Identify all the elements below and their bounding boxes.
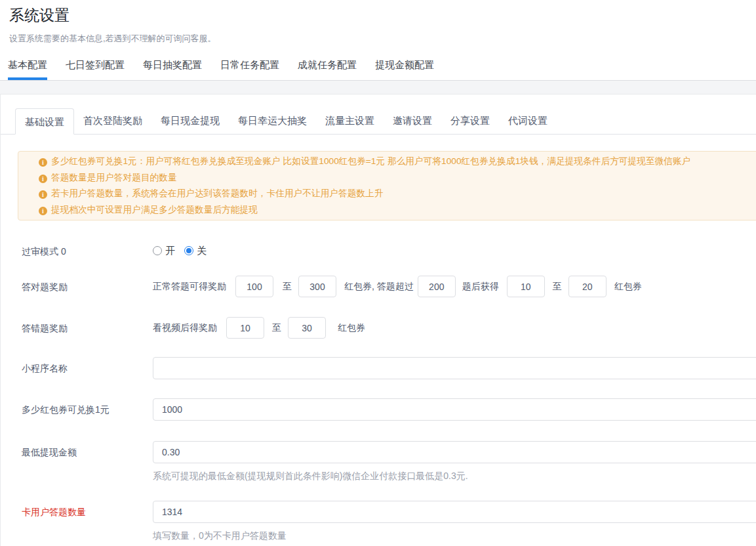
radio-off[interactable]: 关 [184, 245, 207, 257]
answer-threshold-input[interactable] [418, 276, 456, 297]
correct-reward-max-input[interactable] [298, 276, 336, 297]
notice-text: 多少红包券可兑换1元：用户可将红包券兑换成至现金账户 比如设置1000红包券=1… [51, 156, 690, 166]
top-tab-seven-day-signin[interactable]: 七日签到配置 [66, 60, 125, 80]
radio-label: 关 [197, 245, 207, 257]
top-tab-bar: 基本配置 七日签到配置 每日抽奖配置 日常任务配置 成就任务配置 提现金额配置 [0, 60, 756, 81]
top-tab-basic[interactable]: 基本配置 [8, 60, 47, 80]
inner-tab-invite-settings[interactable]: 邀请设置 [384, 108, 441, 134]
wrong-reward-min-input[interactable] [226, 317, 264, 339]
inner-tab-first-login-reward[interactable]: 首次登陆奖励 [74, 108, 151, 134]
inner-tab-base-settings[interactable]: 基础设置 [15, 108, 74, 135]
inline-text: 至 [283, 281, 292, 293]
info-icon: i [39, 207, 47, 215]
notice-line: i若卡用户答题数量，系统将会在用户达到该答题数时，卡住用户不让用户答题数上升 [39, 186, 756, 202]
field-label: 答对题奖励 [22, 276, 153, 292]
bonus-max-input[interactable] [568, 276, 607, 297]
notice-text: 若卡用户答题数量，系统将会在用户达到该答题数时，卡住用户不让用户答题数上升 [51, 188, 383, 198]
inline-text: 红包券, 答题超过 [344, 281, 414, 293]
form-row-coupons-per-yuan: 多少红包券可兑换1元 [22, 398, 756, 421]
audit-mode-radio-group: 开 关 [153, 243, 207, 259]
notice-line: i多少红包券可兑换1元：用户可将红包券兑换成至现金账户 比如设置1000红包券=… [39, 154, 756, 170]
bonus-min-input[interactable] [507, 276, 545, 297]
top-tab-withdraw-amount[interactable]: 提现金额配置 [375, 60, 434, 80]
page-subtitle: 设置系统需要的基本信息,若遇到不理解的可询问客服。 [9, 33, 756, 44]
info-icon: i [39, 190, 47, 199]
inline-text: 题后获得 [462, 281, 499, 293]
form-row-app-name: 小程序名称 [22, 357, 756, 379]
inline-text: 红包券 [614, 281, 642, 293]
info-icon: i [39, 158, 47, 167]
inner-tab-daily-lucky-draw[interactable]: 每日幸运大抽奖 [229, 108, 316, 134]
min-withdraw-input[interactable] [153, 441, 756, 463]
inline-text: 至 [553, 281, 562, 293]
radio-on[interactable]: 开 [153, 245, 175, 257]
settings-form: 过审模式 0 开 关 答对题奖励 正常答题可得奖励 至 红包券, 答题超过 [1, 243, 756, 541]
field-label: 多少红包券可兑换1元 [22, 398, 153, 415]
notice-line: i提现档次中可设置用户满足多少答题数量后方能提现 [39, 202, 756, 219]
page-header: 系统设置 设置系统需要的基本信息,若遇到不理解的可询问客服。 [0, 0, 756, 44]
field-label-red: 卡用户答题数量 [22, 501, 153, 517]
inner-tab-keyword-settings[interactable]: 代词设置 [499, 108, 557, 134]
page-background-band [0, 81, 756, 94]
form-row-wrong-reward: 答错题奖励 看视频后得奖励 至 红包券 [22, 317, 756, 339]
top-tab-daily-lottery[interactable]: 每日抽奖配置 [143, 60, 202, 80]
wrong-reward-controls: 看视频后得奖励 至 红包券 [153, 317, 365, 339]
field-label: 过审模式 0 [22, 243, 153, 257]
info-icon: i [39, 175, 47, 183]
inline-text: 红包券 [338, 322, 365, 334]
field-hint: 填写数量，0为不卡用户答题数量 [153, 530, 756, 541]
correct-reward-controls: 正常答题可得奖励 至 红包券, 答题超过 题后获得 至 红包券 [153, 276, 642, 297]
radio-label: 开 [165, 245, 175, 257]
notice-box: i多少红包券可兑换1元：用户可将红包券兑换成至现金账户 比如设置1000红包券=… [18, 151, 756, 220]
coupons-per-yuan-input[interactable] [153, 398, 756, 421]
inner-tab-bar: 基础设置 首次登陆奖励 每日现金提现 每日幸运大抽奖 流量主设置 邀请设置 分享… [1, 108, 756, 135]
settings-card: 基础设置 首次登陆奖励 每日现金提现 每日幸运大抽奖 流量主设置 邀请设置 分享… [0, 94, 756, 546]
inner-tab-traffic-settings[interactable]: 流量主设置 [316, 108, 384, 134]
top-tab-achievement-task[interactable]: 成就任务配置 [298, 60, 357, 80]
page-title: 系统设置 [9, 6, 756, 24]
form-row-correct-reward: 答对题奖励 正常答题可得奖励 至 红包券, 答题超过 题后获得 至 红包券 [22, 276, 756, 297]
form-row-audit-mode: 过审模式 0 开 关 [22, 243, 756, 259]
wrong-reward-max-input[interactable] [288, 317, 326, 339]
field-label: 小程序名称 [22, 357, 153, 373]
cap-answers-input[interactable] [153, 501, 756, 523]
notice-line: i答题数量是用户答对题目的数量 [39, 170, 756, 186]
inline-text: 看视频后得奖励 [153, 322, 217, 334]
form-row-cap-answers: 卡用户答题数量 填写数量，0为不卡用户答题数量 [22, 501, 756, 541]
form-row-min-withdraw: 最低提现金额 系统可提现的最低金额(提现规则首此条件影响)微信企业付款接口最低是… [22, 441, 756, 482]
inner-tab-daily-cash-withdraw[interactable]: 每日现金提现 [151, 108, 229, 134]
correct-reward-min-input[interactable] [235, 276, 273, 297]
inline-text: 正常答题可得奖励 [153, 281, 226, 293]
field-hint: 系统可提现的最低金额(提现规则首此条件影响)微信企业付款接口最低是0.3元. [153, 471, 756, 482]
notice-text: 答题数量是用户答对题目的数量 [51, 173, 177, 182]
radio-circle-icon[interactable] [153, 246, 162, 255]
notice-text: 提现档次中可设置用户满足多少答题数量后方能提现 [51, 205, 258, 215]
app-name-input[interactable] [153, 357, 756, 379]
radio-circle-checked-icon[interactable] [184, 246, 193, 255]
inline-text: 至 [272, 322, 281, 334]
field-label: 最低提现金额 [22, 441, 153, 457]
top-tab-daily-task[interactable]: 日常任务配置 [220, 60, 279, 80]
inner-tab-share-settings[interactable]: 分享设置 [441, 108, 499, 134]
field-label: 答错题奖励 [22, 317, 153, 333]
